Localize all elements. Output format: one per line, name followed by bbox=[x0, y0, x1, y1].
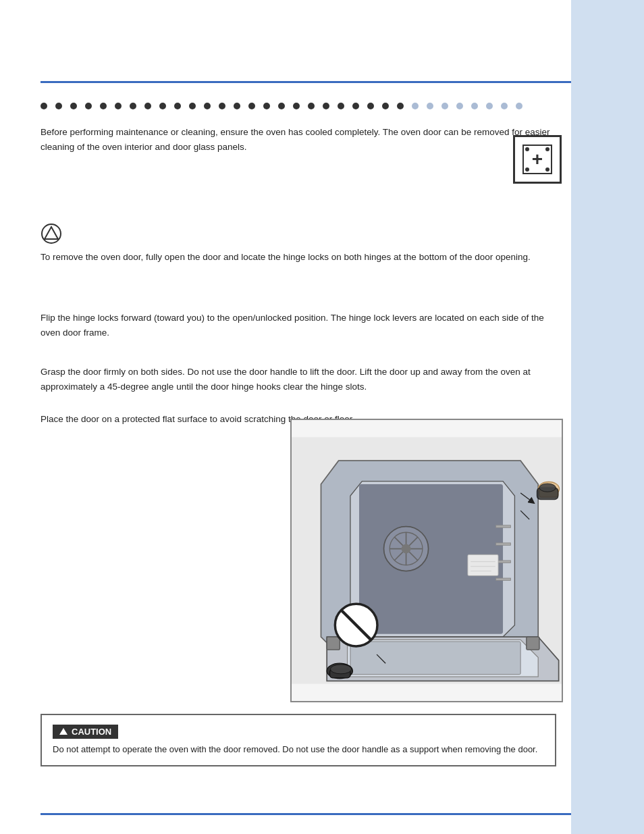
oven-diagram bbox=[290, 419, 563, 702]
dot-separator bbox=[41, 100, 603, 112]
paragraph-3: Flip the hinge locks forward (toward you… bbox=[41, 311, 556, 341]
svg-point-13 bbox=[402, 544, 411, 554]
caution-box: CAUTION Do not attempt to operate the ov… bbox=[41, 714, 556, 767]
warning-symbol-icon bbox=[41, 223, 62, 244]
paragraph-4: Grasp the door firmly on both sides. Do … bbox=[41, 365, 556, 395]
svg-rect-35 bbox=[468, 554, 498, 575]
bottom-rule bbox=[41, 813, 571, 815]
svg-rect-22 bbox=[527, 637, 539, 650]
svg-rect-20 bbox=[350, 642, 520, 675]
svg-rect-14 bbox=[496, 525, 511, 527]
svg-marker-1 bbox=[45, 227, 58, 239]
caution-triangle-icon bbox=[59, 728, 68, 735]
caution-text: Do not attempt to operate the oven with … bbox=[53, 743, 544, 756]
paragraph-1: Before performing maintenance or cleanin… bbox=[41, 125, 556, 155]
paragraph-2: To remove the oven door, fully open the … bbox=[41, 250, 556, 265]
caution-label-text: CAUTION bbox=[72, 727, 111, 737]
svg-rect-17 bbox=[496, 578, 511, 580]
svg-rect-21 bbox=[327, 637, 340, 650]
svg-point-30 bbox=[539, 484, 556, 492]
svg-rect-15 bbox=[496, 543, 511, 545]
top-rule bbox=[41, 81, 571, 83]
svg-point-34 bbox=[330, 664, 351, 674]
caution-label: CAUTION bbox=[53, 725, 118, 739]
right-sidebar bbox=[571, 0, 644, 834]
